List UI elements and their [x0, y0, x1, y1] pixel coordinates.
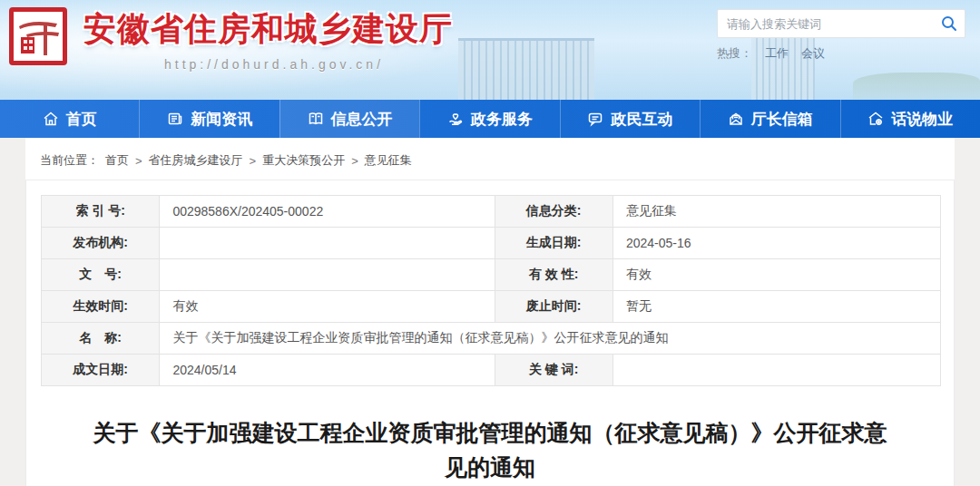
site-logo: [9, 7, 67, 65]
main-nav: 首页 新闻资讯 信息公开 政务服务 政民互动: [0, 100, 980, 138]
nav-item-label: 厅长信箱: [751, 109, 813, 130]
table-row: 发布机构: 生成日期: 2024-05-16: [42, 228, 941, 259]
table-row: 名 称: 关于《关于加强建设工程企业资质审批管理的通知（征求意见稿）》公开征求意…: [42, 323, 941, 355]
services-icon: [447, 111, 464, 127]
breadcrumb-separator: >: [250, 154, 257, 168]
site-header: 安徽省住房和城乡建设厅 http://dohurd.ah.gov.cn/ 热搜：…: [0, 0, 980, 100]
breadcrumb: 当前位置： 首页 > 省住房城乡建设厅 > 重大决策预公开 > 意见征集: [25, 151, 955, 180]
main-content: 当前位置： 首页 > 省住房城乡建设厅 > 重大决策预公开 > 意见征集 索 引…: [25, 138, 955, 486]
breadcrumb-separator: >: [135, 154, 142, 168]
breadcrumb-home[interactable]: 首页: [105, 152, 129, 169]
meta-value-info-category: 意见征集: [612, 196, 940, 228]
nav-item-home[interactable]: 首页: [0, 100, 139, 138]
document-card: 索 引 号: 00298586X/202405-00022 信息分类: 意见征集…: [25, 180, 955, 486]
hot-search: 热搜： 工作 会议: [717, 45, 965, 62]
table-row: 生效时间: 有效 废止时间: 暂无: [42, 291, 941, 323]
hot-search-label: 热搜：: [717, 45, 752, 62]
building-image: [458, 38, 594, 100]
meta-label-index-number: 索 引 号:: [42, 196, 160, 228]
site-identity: 安徽省住房和城乡建设厅 http://dohurd.ah.gov.cn/: [83, 7, 465, 72]
nav-item-label: 信息公开: [331, 109, 393, 130]
search-box: [717, 9, 965, 38]
nav-item-info-disclosure[interactable]: 信息公开: [279, 100, 419, 138]
meta-label-name: 名 称:: [42, 323, 160, 355]
search-button[interactable]: [934, 10, 965, 37]
mailbox-icon: [728, 111, 744, 127]
search-icon: [941, 15, 957, 32]
meta-value-keywords: [612, 355, 940, 386]
table-row: 索 引 号: 00298586X/202405-00022 信息分类: 意见征集: [42, 196, 941, 228]
meta-label-info-category: 信息分类:: [495, 196, 612, 228]
breadcrumb-prefix: 当前位置：: [40, 152, 99, 169]
document-meta-table: 索 引 号: 00298586X/202405-00022 信息分类: 意见征集…: [41, 195, 941, 386]
meta-value-effective-time: 有效: [160, 291, 495, 323]
nav-item-services[interactable]: 政务服务: [419, 100, 559, 138]
meta-label-validity: 有 效 性:: [495, 259, 612, 291]
interaction-icon: [587, 111, 603, 127]
property-icon: [867, 111, 884, 127]
meta-label-issuing-agency: 发布机构:: [42, 228, 160, 259]
meta-value-doc-number: [160, 259, 495, 291]
hot-search-link-meeting[interactable]: 会议: [801, 45, 825, 62]
nav-item-label: 政民互动: [611, 109, 672, 130]
meta-value-validity: 有效: [612, 259, 940, 291]
nav-item-interaction[interactable]: 政民互动: [560, 100, 700, 138]
breadcrumb-solicitation[interactable]: 意见征集: [365, 152, 412, 169]
search-area: 热搜： 工作 会议: [717, 9, 965, 62]
nav-item-label: 新闻资讯: [191, 109, 252, 130]
meta-label-doc-number: 文 号:: [42, 259, 160, 291]
meta-label-keywords: 关 键 词:: [495, 355, 612, 386]
news-icon: [167, 111, 183, 127]
meta-label-generation-date: 生成日期:: [495, 228, 612, 259]
meta-value-repeal-time: 暂无: [612, 291, 940, 323]
info-disclosure-icon: [308, 111, 324, 127]
meta-value-index-number: 00298586X/202405-00022: [160, 196, 495, 228]
hills-image: [853, 73, 980, 100]
breadcrumb-pre-disclosure[interactable]: 重大决策预公开: [262, 152, 345, 169]
gate-emblem-icon: [14, 12, 63, 61]
meta-value-written-date: 2024/05/14: [160, 355, 495, 386]
article-title: 关于《关于加强建设工程企业资质审批管理的通知（征求意见稿）》公开征求意见的通知: [84, 415, 896, 484]
nav-item-label: 政务服务: [471, 109, 533, 130]
table-row: 文 号: 有 效 性: 有效: [42, 259, 941, 291]
meta-value-generation-date: 2024-05-16: [612, 228, 940, 259]
meta-label-effective-time: 生效时间:: [42, 291, 160, 323]
breadcrumb-separator: >: [351, 154, 358, 168]
meta-value-name: 关于《关于加强建设工程企业资质审批管理的通知（征求意见稿）》公开征求意见的通知: [160, 323, 941, 355]
meta-label-written-date: 成文日期:: [42, 355, 160, 386]
nav-item-label: 话说物业: [891, 109, 953, 130]
home-icon: [43, 111, 59, 127]
search-input[interactable]: [718, 17, 934, 31]
site-url: http://dohurd.ah.gov.cn/: [83, 57, 465, 72]
meta-value-issuing-agency: [160, 228, 495, 259]
site-title: 安徽省住房和城乡建设厅: [83, 7, 465, 52]
breadcrumb-department[interactable]: 省住房城乡建设厅: [149, 152, 243, 169]
nav-item-news[interactable]: 新闻资讯: [139, 100, 279, 138]
nav-item-property[interactable]: 话说物业: [840, 100, 980, 138]
hot-search-link-work[interactable]: 工作: [765, 45, 789, 62]
table-row: 成文日期: 2024/05/14 关 键 词:: [42, 355, 941, 386]
meta-label-repeal-time: 废止时间:: [495, 291, 612, 323]
nav-item-mailbox[interactable]: 厅长信箱: [700, 100, 839, 138]
nav-item-label: 首页: [66, 109, 97, 130]
